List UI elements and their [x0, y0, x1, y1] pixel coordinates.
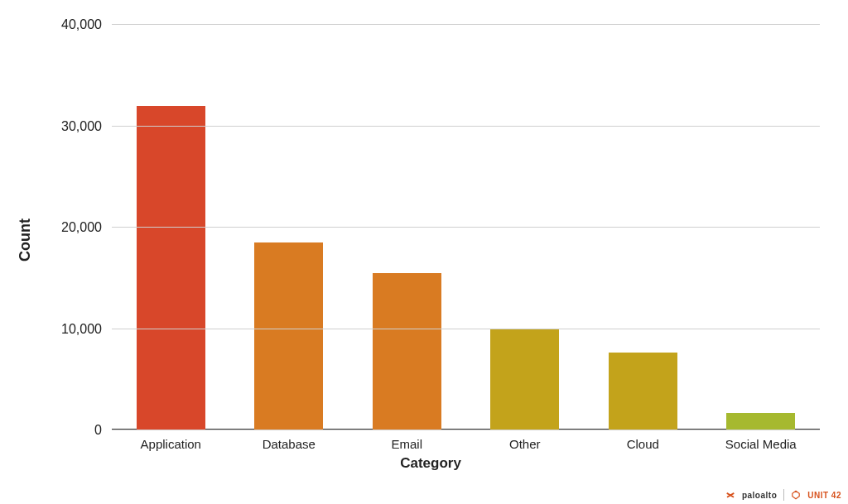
bar	[254, 242, 323, 430]
brand-unit42: UNIT 42	[807, 491, 841, 500]
x-tick-label: Database	[263, 430, 316, 451]
bar-chart: Count ApplicationDatabaseEmailOtherCloud…	[33, 8, 828, 472]
separator-icon	[783, 489, 784, 501]
bar	[609, 353, 677, 430]
x-tick-label: Application	[141, 430, 201, 451]
bar	[726, 413, 795, 430]
gridline	[112, 430, 820, 430]
bar-slot: Application	[112, 25, 230, 430]
bar-slot: Cloud	[584, 25, 702, 430]
plot-area: ApplicationDatabaseEmailOtherCloudSocial…	[112, 25, 820, 430]
unit42-logo-icon	[791, 490, 801, 500]
bars-container: ApplicationDatabaseEmailOtherCloudSocial…	[112, 25, 820, 430]
gridline	[112, 329, 820, 329]
bar	[373, 273, 441, 430]
bar-slot: Email	[348, 25, 466, 430]
bar-slot: Social Media	[702, 25, 821, 430]
bar-slot: Other	[466, 25, 585, 430]
y-axis-label: Count	[17, 218, 34, 262]
bar	[490, 329, 559, 431]
bar-slot: Database	[230, 25, 349, 430]
y-tick-label: 0	[94, 423, 112, 438]
footer-branding: paloalto UNIT 42	[725, 489, 841, 501]
x-tick-label: Cloud	[627, 430, 659, 451]
gridline	[112, 126, 820, 127]
x-tick-label: Email	[391, 430, 422, 451]
paloalto-logo-icon	[725, 490, 735, 500]
brand-paloalto: paloalto	[742, 491, 777, 500]
x-tick-label: Social Media	[725, 430, 797, 451]
bar	[137, 106, 205, 430]
gridline	[112, 24, 820, 25]
x-tick-label: Other	[509, 430, 541, 451]
gridline	[112, 227, 820, 228]
x-axis-label: Category	[400, 455, 461, 472]
y-tick-label: 20,000	[61, 220, 112, 235]
y-tick-label: 10,000	[61, 322, 112, 337]
y-tick-label: 40,000	[61, 17, 112, 32]
y-tick-label: 30,000	[61, 119, 112, 134]
